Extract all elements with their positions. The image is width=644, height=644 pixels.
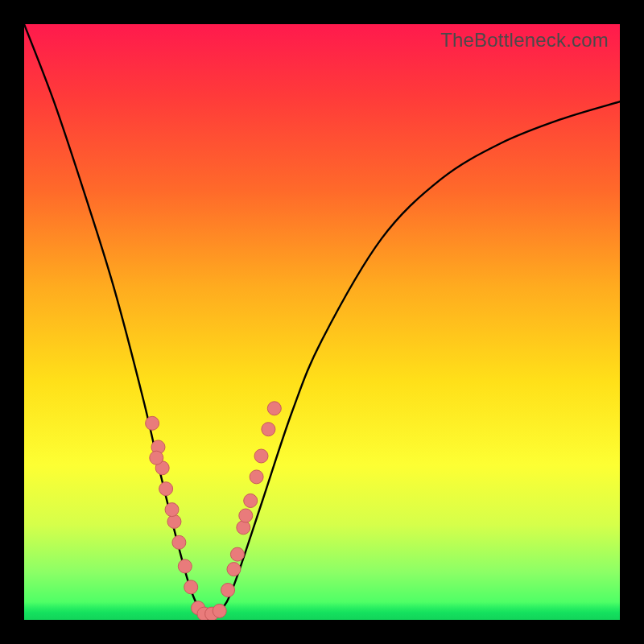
scatter-dot	[250, 470, 263, 484]
scatter-dot	[178, 559, 192, 573]
chart-frame: TheBottleneck.com	[0, 0, 644, 644]
chart-svg	[24, 24, 620, 620]
scatter-dot	[165, 503, 179, 517]
plot-area: TheBottleneck.com	[24, 24, 620, 620]
scatter-dot	[159, 482, 173, 496]
scatter-dot	[221, 584, 235, 597]
scatter-dot	[267, 402, 281, 415]
scatter-dot	[213, 604, 226, 617]
scatter-dot	[230, 547, 244, 561]
scatter-dot	[237, 521, 250, 535]
scatter-dot	[227, 563, 241, 576]
bottleneck-curve	[24, 24, 620, 616]
scatter-dot	[184, 580, 198, 594]
scatter-dot	[244, 494, 258, 508]
scatter-dot	[150, 451, 163, 464]
scatter-dot	[172, 535, 186, 549]
scatter-dot	[239, 509, 253, 522]
scatter-dot	[254, 449, 268, 463]
scatter-dots	[146, 402, 282, 620]
scatter-dot	[146, 416, 159, 430]
scatter-dot	[262, 423, 275, 436]
scatter-dot	[167, 514, 181, 528]
